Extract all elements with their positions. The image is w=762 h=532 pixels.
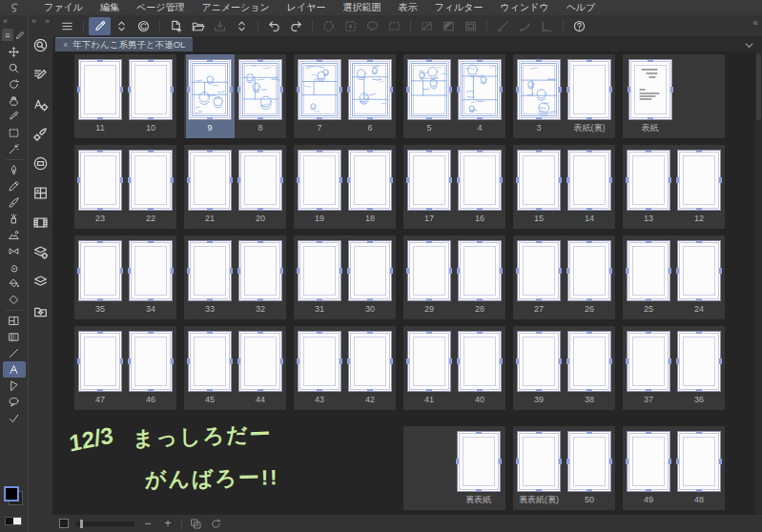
page-canvas[interactable] (457, 431, 501, 492)
page-thumbnail-34[interactable]: 34 (127, 235, 175, 319)
page-thumbnail-16[interactable]: 16 (456, 145, 505, 229)
mono-color-swatch[interactable] (5, 517, 22, 525)
menu-item-0[interactable]: ファイル (35, 0, 92, 15)
page-canvas[interactable] (407, 240, 451, 301)
page-canvas[interactable] (298, 240, 341, 301)
page-canvas[interactable] (188, 331, 232, 392)
page-thumbnail-11[interactable]: 11 (76, 54, 125, 138)
updown-chevrons-button[interactable] (231, 17, 253, 35)
page-thumbnail-27[interactable]: 27 (515, 235, 564, 319)
menu-item-7[interactable]: フィルター (426, 0, 492, 15)
page-canvas[interactable] (458, 240, 502, 301)
page-canvas[interactable] (348, 150, 392, 211)
page-canvas[interactable] (298, 59, 341, 120)
page-thumbnail-28[interactable]: 28 (456, 235, 505, 319)
page-thumbnail-5[interactable]: 5 (405, 54, 454, 138)
page-canvas[interactable] (627, 431, 670, 492)
tool-bucket[interactable] (3, 276, 26, 292)
tool-edit-tab[interactable] (14, 29, 26, 41)
menu-item-5[interactable]: 選択範囲 (335, 0, 390, 15)
tool-brush[interactable] (3, 194, 26, 211)
page-thumbnail-8[interactable]: 8 (237, 54, 285, 138)
actual-size-button[interactable] (189, 517, 202, 530)
palette-quick-access[interactable] (31, 35, 51, 55)
tool-flow[interactable] (3, 378, 26, 394)
palette-navigator[interactable] (31, 153, 51, 174)
zoom-slider[interactable] (75, 522, 134, 526)
tool-eyedropper[interactable] (3, 109, 26, 125)
page-thumbnail-22[interactable]: 22 (127, 145, 175, 229)
page-canvas[interactable] (567, 431, 611, 492)
updown-chevrons-button[interactable] (111, 17, 133, 35)
close-tab-icon[interactable]: × (63, 40, 68, 50)
chevron-down-icon[interactable] (744, 41, 754, 50)
page-thumbnail-47[interactable]: 47 (76, 326, 125, 410)
page-thumbnail-3[interactable]: 3 (515, 54, 564, 138)
tool-list-tab[interactable]: ≡ (2, 29, 13, 41)
tool-move[interactable] (3, 44, 26, 60)
tool-correct[interactable] (3, 410, 26, 426)
page-canvas[interactable] (238, 331, 282, 392)
page-manager-canvas[interactable]: 11109876543表紙(裏)表紙2322212019181716151413… (52, 51, 762, 514)
page-canvas[interactable] (458, 59, 502, 120)
page-thumbnail-15[interactable]: 15 (515, 145, 564, 229)
page-canvas[interactable] (677, 150, 721, 211)
tool-pen[interactable] (3, 162, 26, 178)
open-folder-button[interactable] (187, 17, 209, 35)
hamburger-button[interactable] (56, 17, 78, 35)
page-thumbnail-46[interactable]: 46 (127, 326, 175, 410)
vertical-scrollbar[interactable] (755, 51, 762, 514)
page-thumbnail-4[interactable]: 4 (456, 54, 505, 138)
palette-layer-property[interactable] (31, 242, 51, 262)
tool-decoration[interactable] (3, 227, 26, 243)
tool-gradient[interactable] (3, 329, 26, 345)
page-thumbnail-表紙(裏)[interactable]: 表紙(裏) (566, 54, 614, 138)
page-canvas[interactable] (407, 59, 451, 120)
page-thumbnail-7[interactable]: 7 (296, 54, 344, 138)
page-canvas[interactable] (188, 150, 232, 211)
page-thumbnail-36[interactable]: 36 (675, 326, 724, 410)
page-canvas[interactable] (129, 331, 173, 392)
palette-tool-property[interactable] (31, 94, 51, 114)
thumbnail-size-icon[interactable] (59, 519, 69, 528)
page-thumbnail-38[interactable]: 38 (566, 326, 614, 410)
page-canvas[interactable] (348, 331, 392, 392)
page-thumbnail-6[interactable]: 6 (346, 54, 395, 138)
collapse-left-icon[interactable]: « (3, 15, 8, 28)
menu-item-3[interactable]: アニメーション (193, 0, 278, 15)
palette-brush-detail[interactable] (31, 124, 51, 144)
page-thumbnail-37[interactable]: 37 (625, 326, 673, 410)
palette-material[interactable] (31, 301, 51, 321)
tool-airbrush[interactable] (3, 211, 26, 227)
foreground-color-swatch[interactable] (4, 486, 19, 501)
page-canvas[interactable] (188, 240, 232, 301)
page-thumbnail-35[interactable]: 35 (76, 235, 125, 319)
clip-studio-button[interactable] (133, 17, 154, 35)
page-thumbnail-23[interactable]: 23 (76, 145, 125, 229)
tool-balloon[interactable] (3, 394, 26, 410)
edit-page-button[interactable] (89, 17, 111, 35)
page-thumbnail-10[interactable]: 10 (127, 54, 175, 138)
page-thumbnail-42[interactable]: 42 (346, 326, 395, 410)
page-thumbnail-29[interactable]: 29 (405, 235, 454, 319)
page-thumbnail-50[interactable]: 50 (566, 426, 614, 510)
page-thumbnail-13[interactable]: 13 (625, 145, 673, 229)
color-swatches[interactable] (4, 486, 23, 505)
tool-text[interactable] (3, 361, 26, 378)
page-canvas[interactable] (348, 59, 392, 120)
menu-item-8[interactable]: ウィンドウ (491, 0, 557, 15)
tool-marquee[interactable] (3, 125, 26, 141)
reset-view-button[interactable] (209, 517, 222, 530)
expand-right-icon[interactable]: » (45, 15, 50, 28)
page-canvas[interactable] (567, 150, 611, 211)
page-thumbnail-31[interactable]: 31 (296, 235, 344, 319)
tool-frame[interactable] (3, 313, 26, 329)
page-canvas[interactable] (567, 59, 611, 120)
tool-rotate[interactable] (3, 76, 26, 92)
page-thumbnail-40[interactable]: 40 (456, 326, 505, 410)
palette-timeline[interactable] (31, 213, 51, 233)
collapse-left-icon[interactable]: « (31, 15, 36, 28)
page-thumbnail-44[interactable]: 44 (237, 326, 285, 410)
page-canvas[interactable] (78, 331, 122, 392)
redo-button[interactable] (285, 17, 307, 35)
